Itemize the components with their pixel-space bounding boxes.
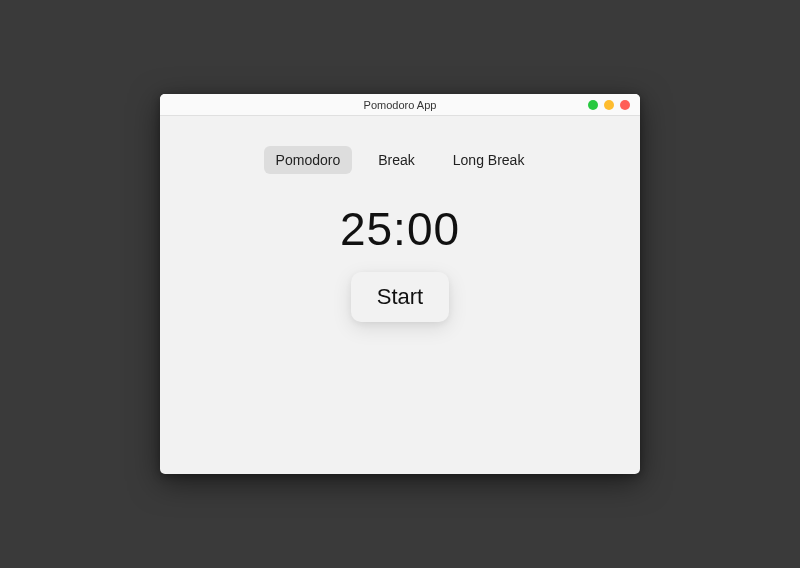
titlebar: Pomodoro App (160, 94, 640, 116)
content-area: Pomodoro Break Long Break 25:00 Start (160, 116, 640, 474)
app-window: Pomodoro App Pomodoro Break Long Break 2… (160, 94, 640, 474)
minimize-icon[interactable] (588, 100, 598, 110)
maximize-icon[interactable] (604, 100, 614, 110)
window-title: Pomodoro App (364, 99, 437, 111)
tab-pomodoro[interactable]: Pomodoro (264, 146, 353, 174)
start-button[interactable]: Start (351, 272, 449, 322)
close-icon[interactable] (620, 100, 630, 110)
timer-display: 25:00 (340, 202, 460, 256)
tab-long-break[interactable]: Long Break (441, 146, 537, 174)
mode-tabs: Pomodoro Break Long Break (264, 146, 537, 174)
traffic-lights (588, 100, 630, 110)
tab-break[interactable]: Break (366, 146, 427, 174)
